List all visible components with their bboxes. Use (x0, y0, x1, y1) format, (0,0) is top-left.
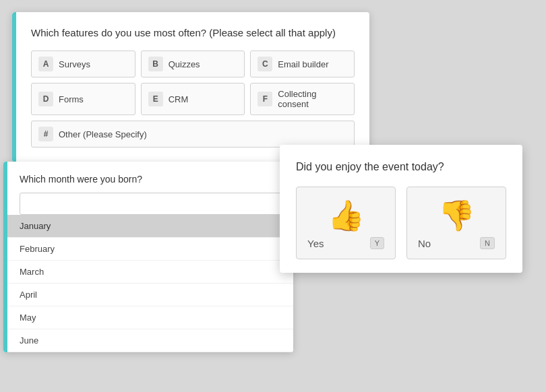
option-c[interactable]: C Email builder (250, 51, 355, 77)
option-d-text: Forms (59, 94, 84, 104)
no-label: No (418, 238, 431, 249)
option-d-letter: D (38, 92, 53, 106)
dropdown-item-january[interactable]: January (3, 215, 293, 238)
dropdown-card: Which month were you born? January Febru… (3, 162, 293, 352)
option-e[interactable]: E CRM (141, 83, 245, 115)
option-b-letter: B (148, 57, 163, 71)
option-other-text: Other (Please Specify) (59, 129, 147, 139)
dropdown-item-april[interactable]: April (3, 284, 293, 306)
yes-label: Yes (307, 238, 324, 249)
option-other-symbol: # (38, 127, 53, 141)
option-e-text: CRM (169, 94, 189, 104)
dropdown-item-may[interactable]: May (3, 306, 293, 329)
yesno-options: 👍 Yes Y 👎 No N (296, 187, 506, 259)
multiple-choice-question: Which features do you use most often? (P… (31, 27, 355, 38)
option-f-letter: F (257, 92, 272, 106)
dropdown-list: January February March April May June (3, 215, 293, 352)
thumbs-up-icon: 👍 (328, 201, 365, 230)
yesno-question: Did you enjoy the event today? (296, 161, 506, 173)
option-b[interactable]: B Quizzes (141, 51, 245, 77)
dropdown-item-june[interactable]: June (3, 329, 293, 352)
no-key: N (480, 237, 495, 249)
dropdown-input[interactable] (20, 193, 281, 215)
option-e-letter: E (148, 92, 163, 106)
multiple-choice-card: Which features do you use most often? (P… (12, 12, 369, 162)
teal-accent-bar (12, 12, 16, 162)
option-a[interactable]: A Surveys (31, 51, 135, 77)
option-f-text: Collecting consent (278, 89, 347, 109)
option-other[interactable]: # Other (Please Specify) (31, 121, 355, 148)
yesno-card: Did you enjoy the event today? 👍 Yes Y 👎… (280, 145, 522, 273)
option-c-text: Email builder (278, 59, 328, 69)
dropdown-teal-bar (3, 162, 7, 352)
option-a-text: Surveys (59, 59, 90, 69)
option-a-letter: A (38, 57, 53, 71)
option-f[interactable]: F Collecting consent (250, 83, 355, 115)
thumbs-down-icon: 👎 (438, 201, 475, 230)
yes-key: Y (370, 237, 384, 249)
options-grid: A Surveys B Quizzes C Email builder D Fo… (31, 51, 355, 115)
no-option[interactable]: 👎 No N (406, 187, 506, 259)
option-b-text: Quizzes (169, 59, 200, 69)
dropdown-item-march[interactable]: March (3, 261, 293, 284)
yes-option[interactable]: 👍 Yes Y (296, 187, 396, 259)
dropdown-item-february[interactable]: February (3, 238, 293, 261)
option-c-letter: C (257, 57, 272, 71)
option-d[interactable]: D Forms (31, 83, 135, 115)
dropdown-question: Which month were you born? (20, 174, 281, 185)
